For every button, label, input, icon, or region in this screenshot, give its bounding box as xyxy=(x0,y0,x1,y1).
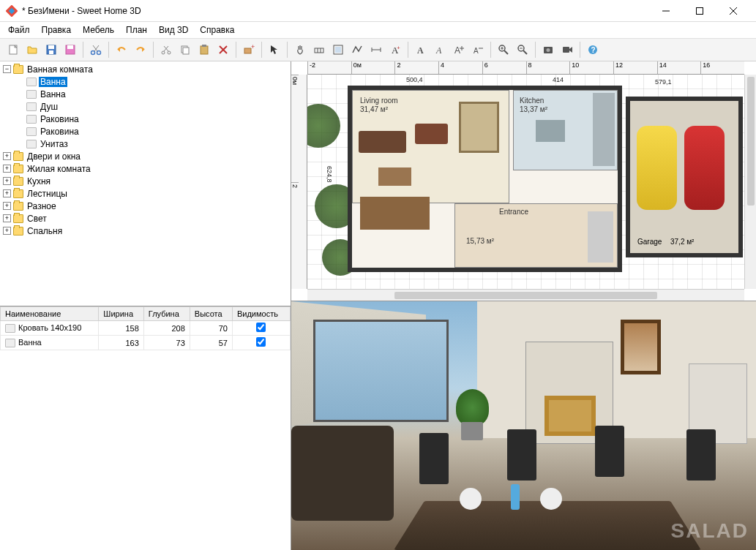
select-icon[interactable] xyxy=(266,41,283,59)
svg-text:+: + xyxy=(251,44,255,50)
table-sprite[interactable] xyxy=(378,167,411,186)
folder-icon xyxy=(13,165,23,173)
tree-expander-icon[interactable]: + xyxy=(3,214,11,222)
tree-item-label[interactable]: Раковина xyxy=(39,114,81,124)
window-title: * БезИмени - Sweet Home 3D xyxy=(22,6,649,16)
counter-sprite[interactable] xyxy=(593,93,615,166)
photo-icon[interactable] xyxy=(539,41,557,59)
delete-icon[interactable] xyxy=(214,41,232,59)
menu-plan[interactable]: План xyxy=(121,23,152,37)
scrollbar-thumb[interactable] xyxy=(747,77,755,206)
tree-expander-icon[interactable]: + xyxy=(3,165,11,173)
copy-icon[interactable] xyxy=(176,41,194,59)
tree-sprite[interactable] xyxy=(307,104,340,148)
dimension-label: 579,1 xyxy=(655,78,672,86)
table-row[interactable]: Кровать 140x19015820870 xyxy=(1,321,291,336)
redo-icon[interactable] xyxy=(132,41,149,59)
undo-icon[interactable] xyxy=(113,41,130,59)
help-icon[interactable]: ? xyxy=(584,41,602,59)
tree-expander-icon[interactable]: + xyxy=(3,189,11,197)
create-polyline-icon[interactable] xyxy=(348,41,366,59)
stairs-sprite[interactable] xyxy=(588,211,613,263)
rug-sprite[interactable] xyxy=(459,102,499,153)
tree-item-label[interactable]: Унитаз xyxy=(39,139,70,149)
car-yellow-sprite[interactable] xyxy=(637,126,677,210)
save-file-icon[interactable] xyxy=(42,41,60,59)
col-width[interactable]: Ширина xyxy=(99,307,143,321)
create-rooms-icon[interactable] xyxy=(329,41,347,59)
tree-category-label[interactable]: Кухня xyxy=(26,176,52,187)
tree-expander-icon[interactable]: − xyxy=(3,65,11,73)
cell-name: Кровать 140x190 xyxy=(1,321,99,336)
horizontal-scrollbar[interactable] xyxy=(307,289,744,301)
vertical-scrollbar[interactable] xyxy=(744,75,756,289)
svg-point-12 xyxy=(91,51,95,55)
sofa-sprite[interactable] xyxy=(415,124,448,144)
tree-category-label[interactable]: Двери и окна xyxy=(26,151,82,162)
tree-category-label[interactable]: Лестницы xyxy=(26,189,69,199)
tree-expander-icon[interactable]: + xyxy=(3,202,11,210)
open-file-icon[interactable] xyxy=(23,41,41,59)
sofa-sprite[interactable] xyxy=(359,131,406,153)
car-red-sprite[interactable] xyxy=(684,126,725,210)
menu-help[interactable]: Справка xyxy=(195,23,239,37)
menu-file[interactable]: Файл xyxy=(3,23,35,37)
tree-category-label[interactable]: Спальня xyxy=(26,226,64,236)
maximize-button[interactable] xyxy=(683,0,716,22)
cut-icon[interactable] xyxy=(87,41,105,59)
save-prefs-icon[interactable] xyxy=(61,41,79,59)
create-walls-icon[interactable] xyxy=(310,41,328,59)
tree-item-label[interactable]: Раковина xyxy=(39,127,81,137)
close-button[interactable] xyxy=(716,0,750,22)
text-bold-icon[interactable]: A xyxy=(412,41,430,59)
cell-visible[interactable] xyxy=(232,321,290,336)
plan-canvas[interactable]: 500,4 414 579,1 624,8 629,1 Living room … xyxy=(307,75,744,289)
paste-icon[interactable] xyxy=(195,41,213,59)
menu-furniture[interactable]: Мебель xyxy=(78,23,119,37)
create-text-icon[interactable]: A+ xyxy=(386,41,404,59)
cut2-icon[interactable] xyxy=(157,41,175,59)
create-dimensions-icon[interactable] xyxy=(367,41,385,59)
menu-view3d[interactable]: Вид 3D xyxy=(154,23,193,37)
menu-edit[interactable]: Правка xyxy=(37,23,77,37)
3d-view[interactable]: SALAD xyxy=(291,301,756,550)
tree-expander-icon[interactable]: + xyxy=(3,152,11,160)
tree-item-label[interactable]: Душ xyxy=(39,102,59,112)
tree-category-label[interactable]: Ванная комната xyxy=(26,64,94,75)
furniture-catalog-tree[interactable]: − Ванная комната ВаннаВаннаДушРаковинаРа… xyxy=(0,61,291,306)
visibility-checkbox[interactable] xyxy=(256,323,266,332)
scrollbar-thumb[interactable] xyxy=(394,292,656,299)
add-furniture-icon[interactable]: + xyxy=(240,41,258,59)
house-outline[interactable]: Living room 31,47 м² Kitchen 13,37 м² xyxy=(348,86,622,272)
video-icon[interactable] xyxy=(558,41,576,59)
increase-text-icon[interactable]: A xyxy=(450,41,468,59)
decrease-text-icon[interactable]: A xyxy=(469,41,487,59)
svg-rect-26 xyxy=(244,48,251,53)
dining-table-sprite[interactable] xyxy=(360,197,430,230)
plan-view[interactable]: -20м246810121416 0м 2 500,4 414 579,1 62… xyxy=(291,61,756,301)
text-italic-icon[interactable]: A xyxy=(431,41,449,59)
new-file-icon[interactable] xyxy=(4,41,22,59)
furniture-list-table[interactable]: Наименование Ширина Глубина Высота Видим… xyxy=(0,306,291,550)
tree-item-label[interactable]: Ванна xyxy=(39,77,67,87)
col-name[interactable]: Наименование xyxy=(1,307,99,321)
tree-category-label[interactable]: Жилая комната xyxy=(26,164,92,174)
minimize-button[interactable] xyxy=(649,0,683,22)
zoom-out-icon[interactable] xyxy=(514,41,531,59)
col-visible[interactable]: Видимость xyxy=(232,307,290,321)
tree-item-label[interactable]: Ванна xyxy=(39,89,67,99)
cell-visible[interactable] xyxy=(232,336,290,350)
tree-category-label[interactable]: Свет xyxy=(26,214,48,224)
tree-expander-icon[interactable]: + xyxy=(3,227,11,235)
island-sprite[interactable] xyxy=(536,120,565,142)
svg-text:?: ? xyxy=(591,46,596,54)
col-depth[interactable]: Глубина xyxy=(143,307,190,321)
tree-category-label[interactable]: Разное xyxy=(26,201,58,211)
title-bar: * БезИмени - Sweet Home 3D xyxy=(0,0,756,22)
zoom-in-icon[interactable] xyxy=(495,41,512,59)
col-height[interactable]: Высота xyxy=(190,307,232,321)
visibility-checkbox[interactable] xyxy=(256,337,266,347)
pan-icon[interactable] xyxy=(291,41,309,59)
tree-expander-icon[interactable]: + xyxy=(3,177,11,185)
table-row[interactable]: Ванна1637357 xyxy=(1,336,291,350)
